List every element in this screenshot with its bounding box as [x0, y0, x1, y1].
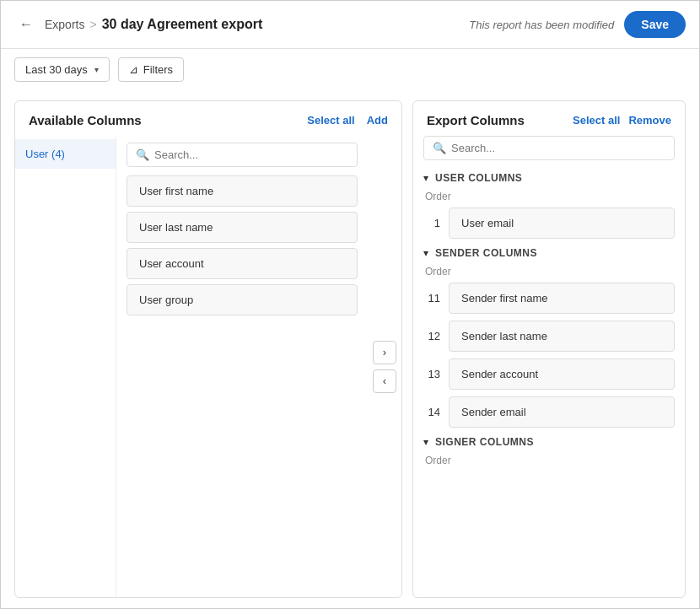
breadcrumb-exports[interactable]: Exports [45, 18, 84, 31]
available-search-wrapper: 🔍 [127, 143, 358, 167]
chevron-left-icon: ‹ [383, 375, 386, 387]
order-number: 14 [423, 406, 440, 418]
chevron-down-icon: ▾ [423, 436, 428, 448]
chevron-down-icon: ▾ [423, 172, 428, 184]
column-item-label: User last name [139, 221, 213, 234]
export-row: 14 Sender email [423, 396, 675, 428]
list-item[interactable]: User account [127, 248, 358, 279]
export-panel-body: 🔍 ▾ USER COLUMNS Order 1 User email [413, 136, 685, 597]
order-number: 11 [423, 292, 440, 304]
transfer-buttons: › ‹ [368, 136, 401, 597]
back-icon: ← [19, 17, 33, 32]
date-range-dropdown[interactable]: Last 30 days ▾ [14, 57, 110, 82]
export-panel-actions: Select all Remove [573, 114, 671, 127]
available-panel-header: Available Columns Select all Add [15, 101, 401, 136]
save-button[interactable]: Save [624, 11, 686, 38]
available-columns-panel: Available Columns Select all Add User (4… [14, 100, 402, 598]
signer-columns-section-header: ▾ SIGNER COLUMNS [423, 436, 675, 448]
available-add-button[interactable]: Add [367, 114, 388, 127]
app-container: ← Exports > 30 day Agreement export This… [0, 0, 700, 609]
export-row: 1 User email [423, 207, 675, 239]
export-item[interactable]: Sender email [449, 396, 675, 428]
filters-label: Filters [143, 63, 173, 76]
column-item-label: User account [139, 257, 204, 270]
export-search-wrapper: 🔍 [423, 136, 675, 160]
main-content: Available Columns Select all Add User (4… [1, 90, 699, 608]
category-item-user[interactable]: User (4) [15, 139, 116, 169]
breadcrumb-separator: > [89, 18, 96, 31]
transfer-right-button[interactable]: › [373, 341, 396, 364]
sender-columns-title: SENDER COLUMNS [435, 247, 537, 259]
search-icon: 🔍 [433, 142, 446, 154]
modified-text: This report has been modified [469, 19, 614, 31]
available-panel-body: User (4) 🔍 User first name User last nam… [15, 136, 401, 597]
export-item-label: Sender account [461, 368, 538, 380]
export-search-input[interactable] [451, 142, 665, 154]
date-range-label: Last 30 days [25, 63, 88, 76]
export-item[interactable]: Sender last name [449, 321, 675, 352]
list-item[interactable]: User first name [127, 175, 358, 207]
transfer-left-button[interactable]: ‹ [373, 369, 396, 393]
category-label: User (4) [25, 148, 65, 160]
sender-columns-section-header: ▾ SENDER COLUMNS [423, 247, 675, 259]
column-item-label: User group [139, 294, 193, 306]
available-panel-actions: Select all Add [307, 114, 388, 127]
back-button[interactable]: ← [14, 13, 38, 36]
breadcrumb-current: 30 day Agreement export [102, 17, 263, 32]
header: ← Exports > 30 day Agreement export This… [1, 1, 699, 49]
export-row: 11 Sender first name [423, 283, 675, 314]
user-columns-title: USER COLUMNS [435, 172, 522, 184]
available-search-input[interactable] [154, 148, 348, 161]
available-panel-title: Available Columns [29, 113, 142, 127]
export-row: 13 Sender account [423, 358, 675, 390]
export-remove-button[interactable]: Remove [628, 114, 671, 127]
chevron-down-icon: ▾ [94, 65, 99, 74]
export-item-label: User email [461, 217, 514, 229]
export-columns-panel: Export Columns Select all Remove 🔍 ▾ USE… [412, 100, 686, 598]
header-right: This report has been modified Save [469, 11, 686, 38]
export-item-label: Sender last name [461, 330, 547, 342]
export-panel-header: Export Columns Select all Remove [413, 101, 685, 136]
export-item-label: Sender first name [461, 292, 548, 304]
search-icon: 🔍 [136, 148, 149, 161]
list-item[interactable]: User last name [127, 212, 358, 243]
export-row: 12 Sender last name [423, 321, 675, 352]
list-item[interactable]: User group [127, 284, 358, 315]
user-columns-section-header: ▾ USER COLUMNS [423, 172, 675, 184]
chevron-down-icon: ▾ [423, 247, 428, 259]
available-select-all-button[interactable]: Select all [307, 114, 354, 127]
export-item[interactable]: User email [449, 207, 675, 239]
signer-order-label: Order [423, 455, 675, 466]
export-item[interactable]: Sender account [449, 358, 675, 390]
filter-icon: ⊿ [129, 63, 138, 76]
export-item-label: Sender email [461, 406, 526, 418]
breadcrumb: Exports > 30 day Agreement export [45, 17, 469, 32]
order-number: 1 [423, 217, 440, 229]
chevron-right-icon: › [383, 346, 386, 358]
filters-button[interactable]: ⊿ Filters [118, 57, 184, 82]
signer-columns-title: SIGNER COLUMNS [435, 436, 534, 448]
sender-order-label: Order [423, 266, 675, 278]
category-list: User (4) [15, 136, 116, 597]
order-number: 12 [423, 330, 440, 342]
user-order-label: Order [423, 191, 675, 202]
column-item-label: User first name [139, 185, 213, 197]
export-panel-title: Export Columns [427, 113, 525, 127]
columns-area: 🔍 User first name User last name User ac… [116, 136, 368, 597]
order-number: 13 [423, 368, 440, 380]
toolbar: Last 30 days ▾ ⊿ Filters [1, 49, 699, 90]
export-select-all-button[interactable]: Select all [573, 114, 620, 127]
export-item[interactable]: Sender first name [449, 283, 675, 314]
